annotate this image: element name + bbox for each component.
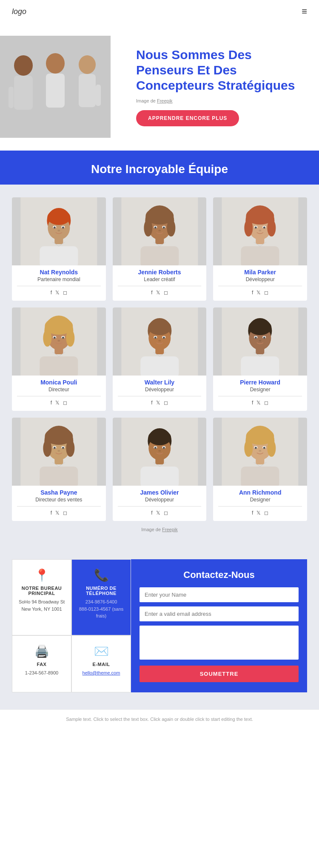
twitter-icon[interactable]: 𝕏 bbox=[156, 290, 160, 296]
svg-point-44 bbox=[255, 227, 257, 229]
contact-form-title: Contactez-Nous bbox=[140, 569, 299, 581]
twitter-icon[interactable]: 𝕏 bbox=[256, 400, 261, 406]
hero-cta-button[interactable]: APPRENDRE ENCORE PLUS bbox=[136, 110, 239, 126]
svg-point-13 bbox=[47, 210, 70, 225]
svg-point-58 bbox=[54, 337, 56, 339]
contact-layout: 📍 NOTRE BUREAU PRINCIPAL SoHo 94 Broadwa… bbox=[12, 559, 307, 692]
svg-rect-126 bbox=[241, 467, 279, 486]
svg-point-17 bbox=[62, 227, 64, 229]
social-icons: f 𝕏 ◻ bbox=[113, 290, 207, 296]
svg-point-3 bbox=[46, 53, 65, 74]
instagram-icon[interactable]: ◻ bbox=[63, 510, 67, 516]
facebook-icon[interactable]: f bbox=[252, 290, 253, 296]
twitter-icon[interactable]: 𝕏 bbox=[55, 510, 60, 516]
facebook-icon[interactable]: f bbox=[252, 400, 253, 406]
team-card-photo bbox=[12, 307, 106, 376]
fax-title: FAX bbox=[17, 662, 66, 667]
svg-point-93 bbox=[66, 440, 74, 457]
logo: logo bbox=[12, 7, 26, 16]
twitter-icon[interactable]: 𝕏 bbox=[256, 290, 261, 296]
instagram-icon[interactable]: ◻ bbox=[63, 290, 67, 296]
facebook-icon[interactable]: f bbox=[151, 290, 152, 296]
svg-point-96 bbox=[54, 447, 56, 449]
svg-point-1 bbox=[14, 55, 33, 76]
svg-point-122 bbox=[255, 447, 257, 449]
team-card-divider bbox=[218, 506, 302, 507]
email-box: ✉️ E-MAIL hello@theme.com bbox=[71, 635, 131, 692]
message-textarea[interactable] bbox=[140, 626, 299, 660]
svg-rect-34 bbox=[140, 246, 179, 265]
team-freepik-credit: Image de Freepik bbox=[12, 521, 307, 538]
team-card: Ann Richmond Designer f 𝕏 ◻ bbox=[213, 418, 307, 521]
svg-point-59 bbox=[62, 337, 64, 339]
svg-point-30 bbox=[154, 227, 156, 229]
twitter-icon[interactable]: 𝕏 bbox=[256, 510, 261, 516]
team-card-divider bbox=[118, 286, 202, 286]
svg-point-27 bbox=[167, 219, 175, 236]
twitter-icon[interactable]: 𝕏 bbox=[156, 400, 160, 406]
svg-point-119 bbox=[268, 440, 276, 457]
phone-numbers: 234-9876-5400 888-0123-4567 (sans frais) bbox=[77, 598, 125, 620]
svg-point-60 bbox=[57, 340, 60, 342]
team-card-photo bbox=[113, 197, 207, 265]
team-member-role: Designer bbox=[213, 387, 307, 393]
svg-rect-7 bbox=[9, 87, 14, 108]
hamburger-icon[interactable]: ≡ bbox=[302, 6, 307, 17]
svg-rect-8 bbox=[96, 85, 101, 106]
team-member-name: Walter Lily bbox=[113, 379, 207, 386]
svg-point-83 bbox=[263, 337, 265, 339]
svg-point-97 bbox=[62, 447, 64, 449]
team-card: Mila Parker Développeur f 𝕏 ◻ bbox=[213, 197, 307, 301]
team-card: Jennie Roberts Leader créatif f 𝕏 ◻ bbox=[113, 197, 207, 301]
fax-number: 1-234-567-8900 bbox=[17, 669, 66, 677]
footer-note: Sample text. Click to select the text bo… bbox=[0, 709, 319, 729]
svg-point-67 bbox=[148, 320, 171, 335]
svg-rect-100 bbox=[40, 467, 78, 486]
hero-people-image bbox=[0, 36, 111, 138]
twitter-icon[interactable]: 𝕏 bbox=[55, 400, 60, 406]
instagram-icon[interactable]: ◻ bbox=[164, 400, 168, 406]
instagram-icon[interactable]: ◻ bbox=[264, 400, 268, 406]
facebook-icon[interactable]: f bbox=[252, 510, 253, 516]
name-input[interactable] bbox=[140, 587, 299, 602]
svg-point-79 bbox=[249, 320, 272, 335]
facebook-icon[interactable]: f bbox=[151, 400, 152, 406]
svg-point-110 bbox=[158, 450, 161, 452]
social-icons: f 𝕏 ◻ bbox=[213, 400, 307, 406]
instagram-icon[interactable]: ◻ bbox=[264, 290, 268, 296]
svg-point-16 bbox=[54, 227, 56, 229]
team-card-photo bbox=[113, 307, 207, 376]
instagram-icon[interactable]: ◻ bbox=[63, 400, 67, 406]
social-icons: f 𝕏 ◻ bbox=[213, 290, 307, 296]
instagram-icon[interactable]: ◻ bbox=[164, 510, 168, 516]
svg-rect-62 bbox=[40, 356, 78, 376]
svg-rect-20 bbox=[40, 246, 78, 265]
instagram-icon[interactable]: ◻ bbox=[164, 290, 168, 296]
facebook-icon[interactable]: f bbox=[51, 290, 52, 296]
team-card: Pierre Howard Designer f 𝕏 ◻ bbox=[213, 307, 307, 411]
team-card: Nat Reynolds Partenaire mondial f 𝕏 ◻ bbox=[12, 197, 106, 301]
email-input[interactable] bbox=[140, 606, 299, 621]
facebook-icon[interactable]: f bbox=[151, 510, 152, 516]
team-card-divider bbox=[118, 396, 202, 396]
svg-point-118 bbox=[245, 440, 253, 457]
svg-rect-48 bbox=[241, 246, 279, 265]
svg-point-32 bbox=[158, 230, 161, 231]
svg-point-82 bbox=[255, 337, 257, 339]
email-title: E-MAIL bbox=[77, 662, 125, 667]
team-member-name: Pierre Howard bbox=[213, 379, 307, 386]
team-member-role: Designer bbox=[213, 497, 307, 503]
phone-title: NUMÉRO DE TÉLÉPHONE bbox=[77, 586, 125, 596]
office-address: SoHo 94 Broadway StNew York, NY 1001 bbox=[17, 598, 66, 612]
svg-point-70 bbox=[154, 337, 156, 339]
instagram-icon[interactable]: ◻ bbox=[264, 510, 268, 516]
team-member-name: Mila Parker bbox=[213, 269, 307, 276]
submit-button[interactable]: SOUMETTRE bbox=[140, 666, 299, 682]
facebook-icon[interactable]: f bbox=[51, 510, 52, 516]
social-icons: f 𝕏 ◻ bbox=[113, 400, 207, 406]
twitter-icon[interactable]: 𝕏 bbox=[156, 510, 160, 516]
team-member-name: Sasha Payne bbox=[12, 489, 106, 496]
twitter-icon[interactable]: 𝕏 bbox=[55, 290, 60, 296]
facebook-icon[interactable]: f bbox=[51, 400, 52, 406]
social-icons: f 𝕏 ◻ bbox=[12, 510, 106, 516]
